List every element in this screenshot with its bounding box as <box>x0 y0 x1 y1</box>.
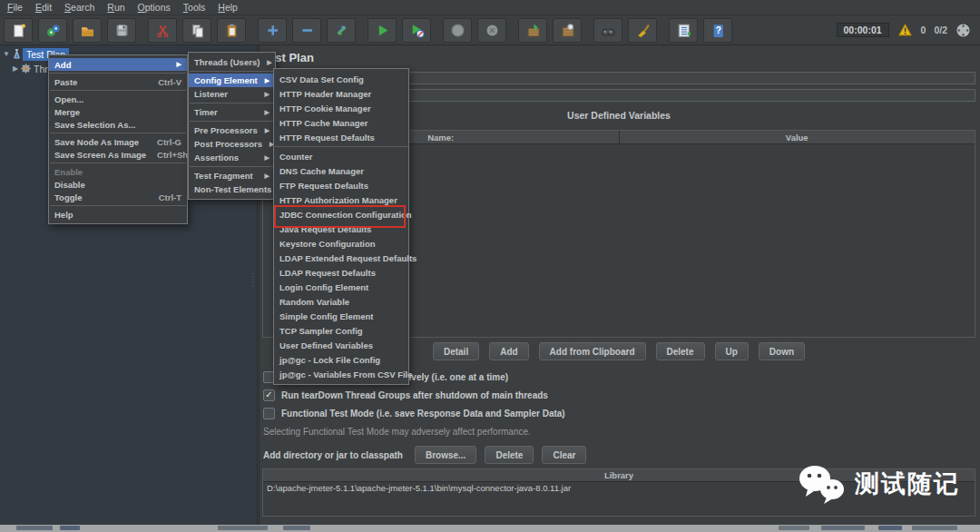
submenu-arrow-icon: ▶ <box>258 91 270 98</box>
menu-separator <box>190 71 274 72</box>
add-element-button[interactable] <box>258 18 287 43</box>
expand-collapse-icon[interactable]: ▼ <box>2 50 11 58</box>
add-button[interactable]: Add <box>489 342 528 360</box>
stop-button[interactable] <box>443 18 472 43</box>
menu-item-merge[interactable]: Merge <box>49 105 187 118</box>
remote-stop-button[interactable] <box>553 18 582 43</box>
menu-item-csv-data-set-config[interactable]: CSV Data Set Config <box>274 72 408 86</box>
menu-item-config-element[interactable]: Config Element▶ <box>189 74 275 87</box>
delete-button[interactable]: Delete <box>656 342 705 360</box>
watermark-text: 测试随记 <box>855 468 960 500</box>
delete-button[interactable]: Delete <box>485 446 534 464</box>
menubar-item-run[interactable]: Run <box>107 2 124 13</box>
menu-item-disable[interactable]: Disable <box>49 178 187 191</box>
menu-item-save-selection-as[interactable]: Save Selection As... <box>49 118 187 131</box>
menu-separator <box>50 133 186 133</box>
menu-item-jp-gc-variables-from-csv-file[interactable]: jp@gc - Variables From CSV File <box>274 367 408 381</box>
menubar-item-tools[interactable]: Tools <box>183 2 206 13</box>
menu-item-login-config-element[interactable]: Login Config Element <box>274 280 408 294</box>
templates-button[interactable] <box>38 18 67 43</box>
menu-item-label: Save Node As Image <box>54 137 139 147</box>
menu-item-label: Save Screen As Image <box>54 150 146 160</box>
help-button[interactable]: ? <box>703 18 732 43</box>
menu-item-label: HTTP Header Manager <box>279 89 371 99</box>
menu-item-enable[interactable]: Enable <box>49 165 187 178</box>
menu-item-ldap-extended-request-defaults[interactable]: LDAP Extended Request Defaults <box>274 251 408 265</box>
menu-item-user-defined-variables[interactable]: User Defined Variables <box>274 338 408 352</box>
menu-item-non-test-elements[interactable]: Non-Test Elements▶ <box>189 182 275 196</box>
menu-separator <box>50 73 186 74</box>
save-button[interactable] <box>107 18 136 43</box>
menu-item-pre-processors[interactable]: Pre Processors▶ <box>189 123 275 137</box>
expand-collapse-icon[interactable]: ▶ <box>11 64 20 73</box>
down-button[interactable]: Down <box>759 342 805 360</box>
menu-item-http-cookie-manager[interactable]: HTTP Cookie Manager <box>274 101 408 115</box>
menu-item-http-header-manager[interactable]: HTTP Header Manager <box>274 86 408 101</box>
menu-item-threads-users[interactable]: Threads (Users)▶ <box>189 55 275 69</box>
menu-item-add[interactable]: Add▶ <box>49 58 187 71</box>
menu-item-jp-gc-lock-file-config[interactable]: jp@gc - Lock File Config <box>274 352 408 367</box>
menu-item-http-cache-manager[interactable]: HTTP Cache Manager <box>274 115 408 130</box>
menu-item-help[interactable]: Help <box>49 208 187 221</box>
remote-start-icon <box>525 23 541 38</box>
browse-button[interactable]: Browse... <box>415 446 476 464</box>
checkbox-functional-test-mode-i-e-save-response-d[interactable]: Functional Test Mode (i.e. save Response… <box>263 407 565 419</box>
menu-item-timer[interactable]: Timer▶ <box>189 105 275 119</box>
menubar-item-search[interactable]: Search <box>64 2 94 13</box>
menu-item-ftp-request-defaults[interactable]: FTP Request Defaults <box>274 178 408 192</box>
copy-button[interactable] <box>182 18 211 43</box>
menu-item-label: Post Processors <box>194 139 262 149</box>
menu-item-save-screen-as-image[interactable]: Save Screen As ImageCtrl+Shift-G <box>49 148 187 161</box>
detail-button[interactable]: Detail <box>433 342 479 360</box>
svg-text:?: ? <box>715 25 720 35</box>
menu-item-counter[interactable]: Counter <box>274 149 408 163</box>
splitter-grip: ····· <box>250 272 256 288</box>
menu-item-label: Test Fragment <box>194 171 253 181</box>
menubar-item-options[interactable]: Options <box>138 2 171 13</box>
remote-start-button[interactable] <box>518 18 547 43</box>
menu-item-http-request-defaults[interactable]: HTTP Request Defaults <box>274 130 408 144</box>
clear-all-button[interactable] <box>628 18 657 43</box>
menu-item-ldap-request-defaults[interactable]: LDAP Request Defaults <box>274 265 408 280</box>
remove-element-button[interactable] <box>292 18 321 43</box>
checkbox-run-teardown-thread-groups-after-shutdow[interactable]: ✓Run tearDown Thread Groups after shutdo… <box>263 389 548 401</box>
unchecked-checkbox-icon <box>263 408 275 419</box>
warning-icon[interactable] <box>897 23 913 37</box>
menu-item-toggle[interactable]: ToggleCtrl-T <box>49 191 187 203</box>
menubar-item-edit[interactable]: Edit <box>35 2 52 13</box>
column-header-value[interactable]: Value <box>620 131 975 143</box>
open-button[interactable] <box>73 18 102 43</box>
submenu-arrow-icon: ▶ <box>170 61 181 68</box>
menubar-item-file[interactable]: File <box>7 2 23 13</box>
menu-item-test-fragment[interactable]: Test Fragment▶ <box>189 169 275 182</box>
function-helper-button[interactable] <box>669 18 698 43</box>
new-file-button[interactable] <box>4 18 33 43</box>
menu-item-listener[interactable]: Listener▶ <box>189 87 275 101</box>
menu-item-random-variable[interactable]: Random Variable <box>274 294 408 309</box>
menu-item-open[interactable]: Open... <box>49 93 187 105</box>
menu-separator <box>50 90 186 91</box>
submenu-arrow-icon: ▶ <box>258 127 270 134</box>
menu-item-save-node-as-image[interactable]: Save Node As ImageCtrl-G <box>49 135 187 148</box>
menu-item-assertions[interactable]: Assertions▶ <box>189 151 275 164</box>
start-button[interactable] <box>368 18 397 43</box>
cut-button[interactable] <box>148 18 177 43</box>
menu-item-keystore-configuration[interactable]: Keystore Configuration <box>274 236 408 251</box>
start-no-timers-button[interactable] <box>402 18 431 43</box>
search-button[interactable] <box>593 18 622 43</box>
clear-button[interactable]: Clear <box>542 446 586 464</box>
tree-node-thread-group[interactable]: ▶ Thre <box>11 62 48 75</box>
menu-item-label: Disable <box>54 180 85 190</box>
menu-item-tcp-sampler-config[interactable]: TCP Sampler Config <box>274 323 408 338</box>
shutdown-button[interactable] <box>477 18 506 43</box>
menu-item-simple-config-element[interactable]: Simple Config Element <box>274 309 408 323</box>
menu-item-dns-cache-manager[interactable]: DNS Cache Manager <box>274 163 408 178</box>
toggle-button[interactable] <box>327 18 356 43</box>
menu-item-post-processors[interactable]: Post Processors▶ <box>189 137 275 151</box>
add-from-clipboard-button[interactable]: Add from Clipboard <box>539 342 646 360</box>
menu-item-paste[interactable]: PasteCtrl-V <box>49 75 187 88</box>
paste-button[interactable] <box>217 18 246 43</box>
menubar-item-help[interactable]: Help <box>218 2 238 13</box>
menu-item-label: TCP Sampler Config <box>279 326 363 336</box>
up-button[interactable]: Up <box>715 342 749 360</box>
